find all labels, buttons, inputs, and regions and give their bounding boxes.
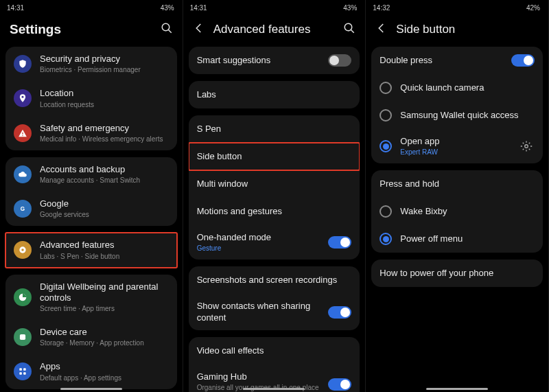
svg-point-37	[525, 145, 528, 148]
row-advanced-features[interactable]: Advanced features Labs · S Pen · Side bu…	[5, 233, 177, 267]
row-multi-window[interactable]: Multi window	[189, 170, 360, 198]
status-battery: 43%	[161, 4, 174, 12]
row-title: Power off menu	[400, 233, 535, 244]
row-title: Advanced features	[40, 240, 169, 251]
radio-bixby[interactable]	[379, 205, 392, 218]
section-label: Double press	[379, 55, 503, 66]
radio-camera[interactable]	[379, 82, 392, 94]
wellbeing-icon	[14, 288, 32, 306]
chevron-left-icon	[193, 22, 205, 34]
row-sub: Biometrics · Permission manager	[40, 65, 169, 74]
status-icons: 43%	[339, 4, 358, 12]
group-input: S Pen Side button Multi window Motions a…	[189, 115, 360, 260]
row-sub: Location requests	[40, 100, 169, 109]
row-title: Quick launch camera	[400, 82, 535, 93]
row-sub: Medical info · Wireless emergency alerts	[40, 135, 169, 143]
svg-rect-9	[22, 132, 23, 134]
group-labs: Labs	[189, 81, 360, 108]
row-security[interactable]: Security and privacy Biometrics · Permis…	[5, 47, 177, 81]
row-title: Multi window	[197, 178, 352, 189]
openapp-settings-button[interactable]	[518, 138, 535, 154]
back-button[interactable]	[375, 22, 388, 37]
radio-power[interactable]	[379, 233, 392, 245]
status-bar: 14:31 43%	[0, 0, 183, 15]
google-icon: G	[14, 200, 32, 218]
radio-wallet[interactable]	[379, 109, 392, 122]
gesture-bar[interactable]	[426, 388, 488, 390]
row-title: Safety and emergency	[40, 123, 169, 134]
back-button[interactable]	[193, 22, 205, 37]
row-devicecare[interactable]: Device care Storage · Memory · App prote…	[5, 320, 177, 354]
row-open-app[interactable]: Open app Expert RAW	[371, 129, 543, 163]
row-title: Smart suggestions	[197, 55, 320, 66]
row-sub: Labs · S Pen · Side button	[40, 252, 169, 261]
row-wallet[interactable]: Samsung Wallet quick access	[371, 102, 543, 129]
devicecare-icon	[14, 328, 32, 346]
toggle-contacts[interactable]	[328, 306, 351, 319]
page-title: Settings	[10, 22, 152, 37]
toggle-double-press[interactable]	[511, 54, 535, 67]
row-sub: Default apps · App settings	[40, 373, 169, 382]
row-side-button[interactable]: Side button	[189, 143, 360, 170]
svg-rect-17	[23, 369, 26, 371]
row-sub: Expert RAW	[400, 148, 510, 157]
search-button[interactable]	[343, 22, 355, 37]
svg-rect-16	[19, 369, 22, 371]
row-labs[interactable]: Labs	[189, 81, 360, 108]
row-bixby[interactable]: Wake Bixby	[371, 198, 543, 225]
group-media: Video call effects Gaming Hub Organise a…	[189, 337, 360, 392]
row-location[interactable]: Location Location requests	[5, 81, 177, 115]
pin-icon	[14, 89, 32, 107]
row-body: Accounts and backup Manage accounts · Sm…	[40, 164, 169, 185]
chevron-left-icon	[375, 22, 388, 34]
svg-point-6	[162, 23, 170, 31]
search-button[interactable]	[161, 22, 173, 37]
status-bar: 14:31 43%	[183, 0, 366, 15]
row-wellbeing[interactable]: Digital Wellbeing and parental controls …	[5, 275, 177, 321]
row-video-effects[interactable]: Video call effects	[189, 337, 360, 365]
row-motions[interactable]: Motions and gestures	[189, 198, 360, 225]
radio-open-app[interactable]	[379, 140, 392, 152]
toggle-onehand[interactable]	[328, 236, 351, 249]
page-title: Side button	[396, 23, 539, 36]
apps-icon	[14, 362, 32, 380]
row-body: Location Location requests	[40, 88, 169, 108]
row-one-handed[interactable]: One-handed mode Gesture	[189, 225, 360, 260]
row-title: Side button	[197, 151, 352, 162]
page-title: Advanced features	[213, 23, 336, 36]
row-sub: Google services	[40, 210, 169, 219]
row-smart-suggestions[interactable]: Smart suggestions	[189, 47, 360, 74]
toggle-gaming[interactable]	[328, 378, 351, 391]
search-icon	[343, 22, 355, 34]
header: Advanced features	[183, 15, 366, 47]
group-howto: How to power off your phone	[371, 260, 543, 287]
sidebutton-content[interactable]: Double press Quick launch camera Samsung…	[366, 47, 548, 392]
row-howto[interactable]: How to power off your phone	[371, 260, 543, 287]
row-contacts-share[interactable]: Show contacts when sharing content	[189, 294, 360, 330]
row-google[interactable]: G Google Google services	[5, 192, 177, 226]
svg-rect-15	[20, 334, 25, 340]
gesture-bar[interactable]	[243, 388, 305, 390]
advanced-icon	[14, 241, 32, 259]
row-title: Apps	[40, 361, 169, 372]
row-title: Accounts and backup	[40, 164, 169, 175]
row-safety[interactable]: Safety and emergency Medical info · Wire…	[5, 116, 177, 150]
advanced-content[interactable]: Smart suggestions Labs S Pen Side button…	[183, 47, 366, 392]
row-power-off[interactable]: Power off menu	[371, 225, 543, 253]
row-double-press-header: Double press	[371, 47, 543, 74]
row-sub: Gesture	[197, 244, 320, 253]
svg-point-29	[345, 23, 353, 31]
row-title: Google	[40, 198, 169, 209]
row-screenshots[interactable]: Screenshots and screen recordings	[189, 266, 360, 294]
gear-icon	[520, 140, 533, 152]
gesture-bar[interactable]	[60, 388, 122, 390]
row-quick-camera[interactable]: Quick launch camera	[371, 74, 543, 102]
settings-content[interactable]: Security and privacy Biometrics · Permis…	[0, 47, 183, 392]
group-wellbeing: Digital Wellbeing and parental controls …	[5, 275, 177, 389]
row-apps[interactable]: Apps Default apps · App settings	[5, 354, 177, 389]
toggle-smart[interactable]	[328, 54, 351, 67]
row-spen[interactable]: S Pen	[189, 115, 360, 143]
row-accounts[interactable]: Accounts and backup Manage accounts · Sm…	[5, 157, 177, 192]
row-title: One-handed mode	[197, 232, 320, 243]
svg-point-8	[22, 96, 24, 98]
